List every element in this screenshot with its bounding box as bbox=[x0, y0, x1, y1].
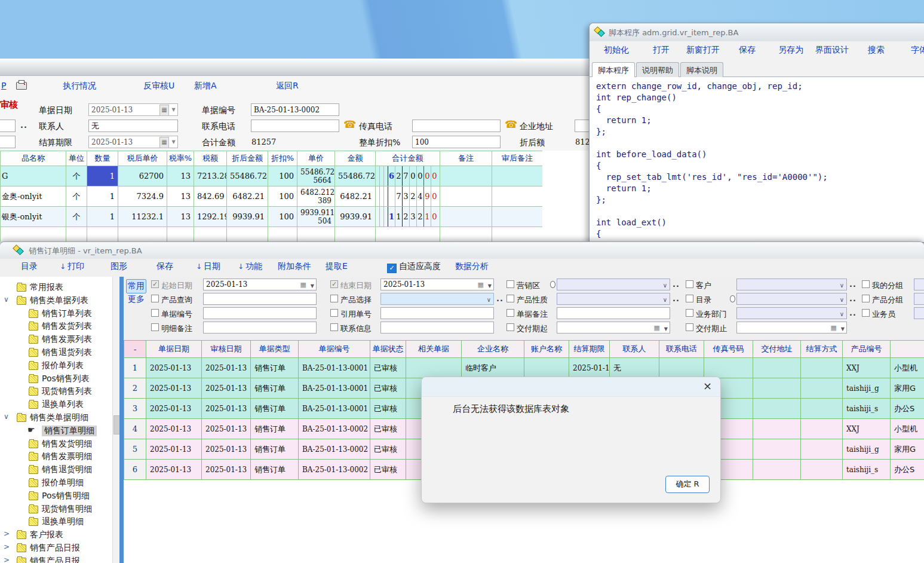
grid-cell[interactable] bbox=[118, 227, 167, 242]
table-cell[interactable]: 2025-01-13 bbox=[202, 460, 251, 480]
sidebar-item-退换单列表[interactable]: 退换单列表 bbox=[0, 399, 119, 411]
filter-checkbox-单据备注[interactable] bbox=[506, 309, 514, 317]
table-cell[interactable]: BA-25-01-13-0001 bbox=[299, 358, 370, 378]
filter-checkbox-产品查询[interactable] bbox=[151, 295, 159, 302]
chevron-down-icon[interactable]: ▼ bbox=[664, 324, 668, 333]
table-cell[interactable]: taishiji_s bbox=[843, 399, 891, 419]
toolbar-button-新增A[interactable]: 新增A bbox=[194, 81, 217, 91]
table-cell[interactable]: 2025-01-13 bbox=[146, 419, 202, 439]
filter-field-业务员[interactable] bbox=[914, 307, 924, 319]
print-button-partial[interactable]: P bbox=[1, 81, 6, 90]
grid-cell[interactable]: 55486.72 bbox=[227, 166, 268, 186]
table-cell[interactable]: 销售订单 bbox=[251, 399, 299, 419]
toolbar-button-反审核U[interactable]: 反审核U bbox=[143, 81, 174, 91]
grid-cell[interactable] bbox=[492, 186, 543, 207]
chevron-down-icon[interactable]: ▼ bbox=[170, 137, 177, 147]
grid-cell[interactable]: 6482.21 bbox=[227, 186, 268, 207]
table-cell[interactable]: 销售订单 bbox=[251, 419, 299, 439]
grid-cell[interactable]: 1 bbox=[87, 186, 118, 207]
doc-date-field[interactable]: 2025-01-13 ▦▼ bbox=[88, 103, 178, 116]
table-cell[interactable] bbox=[704, 358, 753, 378]
report-window-titlebar[interactable]: 销售订单明细 - vr_item_rep.BA bbox=[0, 242, 924, 259]
table-cell[interactable] bbox=[753, 439, 801, 460]
grid-cell[interactable]: 7324.9 bbox=[118, 186, 167, 207]
toolbar-button-打开[interactable]: 打开 bbox=[653, 45, 670, 56]
printer-icon[interactable] bbox=[16, 82, 27, 90]
sidebar-item-Pos销售列表[interactable]: Pos销售列表 bbox=[0, 373, 119, 385]
filter-checkbox-产品分组[interactable] bbox=[862, 295, 870, 302]
grid-cell[interactable]: 13 bbox=[167, 207, 194, 227]
grid-cell[interactable] bbox=[376, 227, 440, 242]
table-cell[interactable] bbox=[801, 419, 843, 439]
table-cell[interactable]: 2025-01-13 bbox=[146, 399, 202, 419]
filter-field-产品分组[interactable] bbox=[914, 293, 924, 305]
table-cell[interactable]: BA-25-01-13-0002 bbox=[299, 419, 370, 439]
table-cell[interactable]: 已审核 bbox=[370, 399, 406, 419]
table-cell[interactable]: 2025-01-13 bbox=[202, 439, 251, 460]
table-cell[interactable] bbox=[753, 460, 801, 480]
grid-cell[interactable] bbox=[227, 227, 268, 242]
grid-cell[interactable]: 55486.72 bbox=[335, 166, 376, 186]
table-cell[interactable]: 已审核 bbox=[370, 378, 406, 399]
filter-field-产品性质[interactable]: ∨ bbox=[557, 293, 670, 305]
toolbar-button-保存[interactable]: 保存 bbox=[156, 261, 173, 272]
table-cell[interactable] bbox=[753, 358, 801, 378]
phone-icon[interactable]: ☎ bbox=[343, 118, 356, 130]
filter-checkbox-交付期止[interactable] bbox=[686, 323, 693, 331]
table-cell[interactable]: 已审核 bbox=[370, 460, 406, 480]
chevron-down-icon[interactable]: ∨ bbox=[663, 295, 667, 305]
filter-checkbox-引用单号[interactable] bbox=[330, 309, 338, 317]
toolbar-button-返回R[interactable]: 返回R bbox=[276, 81, 299, 91]
grid-cell[interactable]: 1 bbox=[87, 207, 118, 227]
table-cell[interactable] bbox=[406, 358, 462, 378]
chevron-down-icon[interactable]: ∨ bbox=[840, 309, 844, 319]
toolbar-button-自适应高度[interactable]: ✓自适应高度 bbox=[387, 261, 441, 273]
row-number-cell[interactable]: 4 bbox=[124, 419, 146, 439]
table-cell[interactable]: XXJ bbox=[843, 419, 891, 439]
row-number-cell[interactable]: 3 bbox=[124, 399, 146, 419]
common-filter-button[interactable]: 常用 bbox=[126, 279, 146, 293]
grid-cell[interactable]: 13 bbox=[167, 166, 194, 186]
grid-cell[interactable]: 个 bbox=[66, 207, 87, 227]
table-cell[interactable] bbox=[753, 399, 801, 419]
table-cell[interactable] bbox=[801, 378, 843, 399]
toolbar-button-目录[interactable]: 目录 bbox=[21, 261, 38, 272]
grid-cell[interactable] bbox=[194, 227, 227, 242]
toolbar-button-图形[interactable]: 图形 bbox=[110, 261, 127, 272]
table-cell[interactable]: 2025-01-13 bbox=[146, 358, 202, 378]
more-filter-button[interactable]: 更多 bbox=[128, 294, 145, 305]
grid-cell[interactable]: 银奥-onlyit bbox=[1, 207, 66, 227]
filter-field-客户[interactable]: ∨ bbox=[736, 279, 847, 290]
table-cell[interactable]: 已审核 bbox=[370, 358, 406, 378]
toolbar-button-打印[interactable]: ↓打印 bbox=[60, 261, 84, 272]
table-cell[interactable]: BA-25-01-13-0001 bbox=[299, 399, 370, 419]
filter-checkbox-业务员[interactable] bbox=[862, 309, 870, 317]
filter-checkbox-交付期起[interactable] bbox=[506, 323, 514, 331]
filter-field-产品查询[interactable] bbox=[203, 293, 317, 305]
toolbar-button-界面设计[interactable]: 界面设计 bbox=[815, 45, 849, 56]
filter-checkbox-业务部门[interactable] bbox=[686, 309, 693, 317]
toolbar-button-功能[interactable]: ↓功能 bbox=[238, 261, 262, 272]
table-cell[interactable]: 办公S bbox=[891, 399, 924, 419]
row-number-cell[interactable]: 2 bbox=[124, 378, 146, 399]
table-cell[interactable]: XXJ bbox=[843, 358, 891, 378]
collapse-icon[interactable]: ∨ bbox=[4, 412, 9, 421]
sidebar-item-销售发票列表[interactable]: 销售发票列表 bbox=[0, 333, 119, 345]
table-cell[interactable]: 2025-01-13 bbox=[146, 378, 202, 399]
table-cell[interactable] bbox=[801, 358, 843, 378]
table-cell[interactable]: taishiji_s bbox=[843, 460, 891, 480]
toolbar-button-字体[interactable]: 字体 bbox=[911, 45, 924, 56]
expand-icon[interactable]: > bbox=[4, 530, 10, 538]
table-cell[interactable]: BA-25-01-13-0002 bbox=[299, 439, 370, 460]
toolbar-button-日期[interactable]: ↓日期 bbox=[196, 261, 220, 272]
collapse-icon[interactable]: ∨ bbox=[4, 295, 9, 304]
toolbar-button-新窗打开[interactable]: 新窗打开 bbox=[686, 45, 720, 56]
grid-cell[interactable]: 842.69 bbox=[194, 186, 227, 207]
table-cell[interactable]: 已审核 bbox=[370, 439, 406, 460]
table-cell[interactable]: 无 bbox=[610, 358, 659, 378]
filter-field-我的分组[interactable] bbox=[914, 279, 924, 290]
table-cell[interactable]: BA-25-01-13-0002 bbox=[299, 460, 370, 480]
filter-checkbox-营销区[interactable] bbox=[506, 280, 514, 288]
filter-checkbox-目录[interactable] bbox=[686, 295, 693, 302]
grid-cell[interactable]: 个 bbox=[66, 186, 87, 207]
